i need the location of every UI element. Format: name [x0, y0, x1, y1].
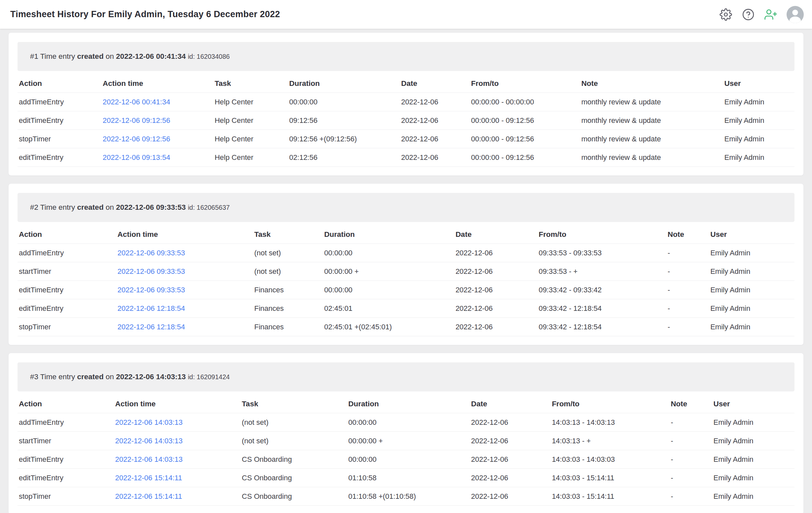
note-cell: - — [669, 450, 712, 469]
time-entry-card-3: #3 Time entry created on 2022-12-06 14:0… — [8, 353, 804, 513]
duration-cell: 00:00:00 + — [347, 432, 470, 450]
col-duration: Duration — [288, 74, 400, 93]
duration-cell: 09:12:56 +(09:12:56) — [288, 130, 400, 148]
note-cell: - — [666, 299, 709, 318]
banner-action: created — [77, 373, 104, 381]
table-row: editTimeEntry 2022-12-06 09:12:56 Help C… — [18, 111, 794, 130]
action-cell: addTimeEntry — [18, 244, 116, 262]
task-cell: (not set) — [253, 244, 323, 262]
action-time-cell: 2022-12-06 12:18:54 — [116, 318, 253, 336]
table-row: addTimeEntry 2022-12-06 09:33:53 (not se… — [18, 244, 794, 262]
timesheet-table: Action Action time Task Duration Date Fr… — [18, 74, 794, 167]
col-action: Action — [18, 74, 102, 93]
time-entry-card-2: #2 Time entry created on 2022-12-06 09:3… — [8, 183, 804, 345]
duration-cell: 02:45:01 +(02:45:01) — [323, 318, 454, 336]
fromto-cell: 09:33:42 - 09:33:42 — [537, 281, 666, 299]
task-cell: Finances — [253, 318, 323, 336]
date-cell: 2022-12-06 — [470, 432, 550, 450]
date-cell: 2022-12-06 — [470, 487, 550, 506]
action-time-link[interactable]: 2022-12-06 09:12:56 — [103, 135, 170, 143]
action-time-cell: 2022-12-06 09:33:53 — [116, 262, 253, 281]
action-time-link[interactable]: 2022-12-06 09:33:53 — [118, 249, 185, 257]
fromto-cell: 14:03:03 - 15:14:11 — [550, 487, 669, 506]
user-cell: Emily Admin — [712, 450, 794, 469]
timesheet-table-body: addTimeEntry 2022-12-06 00:41:34 Help Ce… — [18, 93, 794, 167]
action-time-cell: 2022-12-06 15:14:11 — [114, 487, 241, 506]
action-time-link[interactable]: 2022-12-06 14:03:13 — [115, 455, 183, 463]
action-time-cell: 2022-12-06 09:33:53 — [116, 281, 253, 299]
banner-datetime: 2022-12-06 09:33:53 — [116, 203, 185, 211]
date-cell: 2022-12-06 — [454, 318, 537, 336]
topbar: Timesheet History For Emily Admin, Tuesd… — [0, 0, 812, 29]
fromto-cell: 14:03:03 - 14:03:03 — [550, 450, 669, 469]
add-user-icon[interactable] — [764, 8, 777, 21]
action-time-link[interactable]: 2022-12-06 00:41:34 — [103, 98, 170, 106]
action-time-link[interactable]: 2022-12-06 09:33:53 — [118, 267, 185, 276]
col-user: User — [723, 74, 794, 93]
table-row: startTimer 2022-12-06 09:33:53 (not set)… — [18, 262, 794, 281]
action-time-link[interactable]: 2022-12-06 12:18:54 — [118, 323, 185, 331]
table-row: editTimeEntry 2022-12-06 09:13:54 Help C… — [18, 148, 794, 167]
action-time-link[interactable]: 2022-12-06 12:18:54 — [118, 304, 185, 313]
fromto-cell: 00:00:00 - 09:12:56 — [470, 148, 580, 167]
banner-on: on — [106, 52, 114, 60]
date-cell: 2022-12-06 — [470, 469, 550, 487]
duration-cell: 00:00:00 — [347, 413, 470, 432]
action-time-cell: 2022-12-06 15:14:11 — [114, 469, 241, 487]
banner-id: id: 162091424 — [188, 373, 230, 380]
user-cell: Emily Admin — [709, 318, 794, 336]
avatar[interactable] — [787, 6, 804, 23]
table-row: stopTimer 2022-12-06 12:18:54 Finances 0… — [18, 318, 794, 336]
settings-gear-icon[interactable] — [719, 8, 732, 21]
action-cell: startTimer — [18, 262, 116, 281]
action-time-link[interactable]: 2022-12-06 09:12:56 — [103, 116, 170, 124]
action-time-link[interactable]: 2022-12-06 14:03:13 — [115, 418, 183, 426]
table-row: startTimer 2022-12-06 14:03:13 (not set)… — [18, 432, 794, 450]
col-action: Action — [18, 395, 114, 413]
col-user: User — [709, 225, 794, 244]
col-note: Note — [666, 225, 709, 244]
action-time-link[interactable]: 2022-12-06 15:14:11 — [115, 492, 182, 501]
col-date: Date — [454, 225, 537, 244]
fromto-cell: 09:33:53 - + — [537, 262, 666, 281]
note-cell: monthly review & update — [580, 148, 723, 167]
fromto-cell: 14:03:13 - 14:03:13 — [550, 413, 669, 432]
col-action-time: Action time — [116, 225, 253, 244]
user-cell: Emily Admin — [709, 281, 794, 299]
table-row: editTimeEntry 2022-12-06 12:18:54 Financ… — [18, 299, 794, 318]
entry-banner: #1 Time entry created on 2022-12-06 00:4… — [18, 42, 794, 71]
action-time-link[interactable]: 2022-12-06 09:13:54 — [103, 153, 170, 162]
duration-cell: 01:10:58 +(01:10:58) — [347, 487, 470, 506]
action-cell: startTimer — [18, 432, 114, 450]
action-time-link[interactable]: 2022-12-06 15:14:11 — [115, 474, 182, 482]
action-time-link[interactable]: 2022-12-06 14:03:13 — [115, 437, 183, 445]
duration-cell: 02:45:01 — [323, 299, 454, 318]
date-cell: 2022-12-06 — [454, 281, 537, 299]
action-cell: editTimeEntry — [18, 450, 114, 469]
col-date: Date — [400, 74, 470, 93]
action-cell: editTimeEntry — [18, 281, 116, 299]
fromto-cell: 09:33:42 - 12:18:54 — [537, 299, 666, 318]
col-duration: Duration — [347, 395, 470, 413]
help-icon[interactable] — [742, 8, 755, 21]
table-row: editTimeEntry 2022-12-06 09:33:53 Financ… — [18, 281, 794, 299]
banner-action: created — [77, 52, 104, 60]
action-cell: editTimeEntry — [18, 299, 116, 318]
table-row: addTimeEntry 2022-12-06 00:41:34 Help Ce… — [18, 93, 794, 111]
col-note: Note — [669, 395, 712, 413]
col-note: Note — [580, 74, 723, 93]
fromto-cell: 09:33:42 - 12:18:54 — [537, 318, 666, 336]
user-cell: Emily Admin — [723, 93, 794, 111]
action-cell: stopTimer — [18, 130, 102, 148]
person-icon — [787, 6, 804, 23]
table-header-row: Action Action time Task Duration Date Fr… — [18, 395, 794, 413]
fromto-cell: 00:00:00 - 00:00:00 — [470, 93, 580, 111]
action-time-link[interactable]: 2022-12-06 09:33:53 — [118, 286, 185, 294]
date-cell: 2022-12-06 — [454, 299, 537, 318]
banner-prefix: #1 Time entry — [30, 52, 75, 60]
duration-cell: 00:00:00 — [288, 93, 400, 111]
user-cell: Emily Admin — [712, 487, 794, 506]
action-time-cell: 2022-12-06 09:33:53 — [116, 244, 253, 262]
col-date: Date — [470, 395, 550, 413]
action-cell: addTimeEntry — [18, 93, 102, 111]
